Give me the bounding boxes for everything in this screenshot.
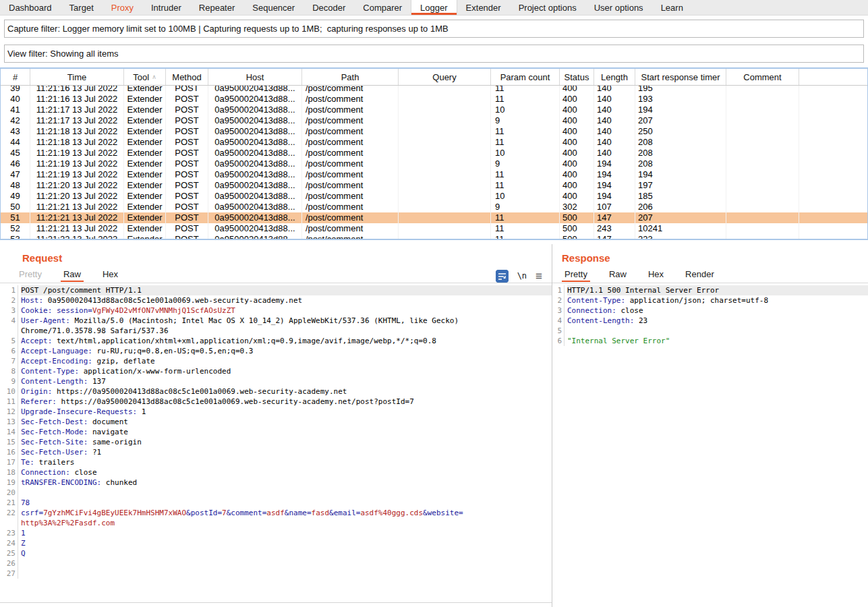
line-number: 3	[0, 306, 18, 316]
table-row-selected[interactable]: 5111:21:21 13 Jul 2022ExtenderPOST0a9500…	[1, 212, 867, 223]
editor-menu-icon[interactable]: ≡	[536, 270, 542, 282]
cell--: 44	[1, 137, 30, 148]
logger-table: #TimeTool∧MethodHostPathQueryParam count…	[0, 67, 868, 240]
column-header-comment[interactable]: Comment	[726, 69, 799, 85]
table-row[interactable]: 4711:21:19 13 Jul 2022ExtenderPOST0a9500…	[1, 169, 867, 180]
response-tab-hex[interactable]: Hex	[647, 268, 665, 282]
column-label: #	[13, 72, 18, 82]
response-tab-render[interactable]: Render	[684, 268, 716, 282]
line-number	[0, 518, 18, 528]
cell-length: 147	[594, 212, 635, 223]
main-tab-learn[interactable]: Learn	[652, 0, 692, 15]
table-row[interactable]: 4611:21:19 13 Jul 2022ExtenderPOST0a9500…	[1, 158, 867, 169]
table-row[interactable]: 4311:21:18 13 Jul 2022ExtenderPOST0a9500…	[1, 126, 867, 137]
cell-comment	[726, 86, 799, 94]
cell-host: 0a9500020413d88...	[208, 115, 302, 126]
table-row[interactable]: 4511:21:19 13 Jul 2022ExtenderPOST0a9500…	[1, 148, 867, 158]
cell-time: 11:21:16 13 Jul 2022	[30, 86, 124, 94]
column-header-time[interactable]: Time	[30, 69, 124, 85]
syntax-segment: tRANSFER-ENCODING:	[21, 478, 101, 487]
syntax-segment: Content-Type:	[21, 367, 79, 376]
main-tab-repeater[interactable]: Repeater	[190, 0, 243, 15]
cell-start-response-timer: 194	[635, 169, 726, 180]
capture-filter-bar[interactable]: Capture filter: Logger memory limit set …	[4, 20, 864, 38]
syntax-segment: fasd	[312, 509, 330, 517]
column-header-query[interactable]: Query	[399, 69, 491, 85]
main-tab-comparer[interactable]: Comparer	[354, 0, 411, 15]
cell-path: /post/comment	[302, 234, 399, 240]
syntax-segment: close	[616, 306, 643, 315]
main-tab-intruder[interactable]: Intruder	[142, 0, 190, 15]
line-number: 1	[552, 285, 565, 295]
table-row[interactable]: 4011:21:16 13 Jul 2022ExtenderPOST0a9500…	[1, 94, 867, 105]
cell-path: /post/comment	[302, 148, 399, 158]
request-tab-raw[interactable]: Raw	[62, 268, 82, 282]
table-row[interactable]: 4811:21:20 13 Jul 2022ExtenderPOST0a9500…	[1, 180, 867, 191]
table-row[interactable]: 4111:21:17 13 Jul 2022ExtenderPOST0a9500…	[1, 105, 867, 115]
table-row[interactable]: 3911:21:16 13 Jul 2022ExtenderPOST0a9500…	[1, 86, 867, 94]
response-editor[interactable]: 1HTTP/1.1 500 Internal Server Error2Cont…	[552, 283, 868, 607]
column-header--[interactable]: #	[1, 69, 30, 85]
table-row[interactable]: 4411:21:18 13 Jul 2022ExtenderPOST0a9500…	[1, 137, 867, 148]
syntax-segment: Connection:	[567, 306, 616, 315]
column-label: Param count	[500, 72, 550, 82]
column-header-path[interactable]: Path	[302, 69, 399, 85]
cell-status: 500	[560, 223, 594, 234]
table-row[interactable]: 5011:21:21 13 Jul 2022ExtenderPOST0a9500…	[1, 202, 867, 212]
view-filter-bar[interactable]: View filter: Showing all items	[4, 45, 864, 63]
main-tab-user-options[interactable]: User options	[585, 0, 652, 15]
request-editor-line: 15Sec-Fetch-Site: same-origin	[0, 437, 552, 447]
syntax-segment: application/x-www-form-urlencoded	[79, 367, 231, 376]
column-header-length[interactable]: Length	[594, 69, 635, 85]
main-tab-extender[interactable]: Extender	[457, 0, 510, 15]
main-tab-logger[interactable]: Logger	[411, 0, 457, 15]
cell-status: 400	[560, 169, 594, 180]
syntax-segment: Connection:	[21, 468, 70, 477]
syntax-segment: Accept-Language:	[21, 347, 92, 355]
cell-length: 194	[594, 158, 635, 169]
cell-start-response-timer: 185	[635, 191, 726, 202]
newline-toggle-icon[interactable]: \n	[517, 271, 527, 281]
table-row[interactable]: 5211:21:21 13 Jul 2022ExtenderPOST0a9500…	[1, 223, 867, 234]
column-header-method[interactable]: Method	[166, 69, 208, 85]
cell-tool: Extender	[124, 126, 166, 137]
request-editor-line: 14Sec-Fetch-Mode: navigate	[0, 427, 552, 437]
main-tab-proxy[interactable]: Proxy	[103, 0, 142, 15]
cell-method: POST	[166, 86, 208, 94]
table-row[interactable]: 4211:21:17 13 Jul 2022ExtenderPOST0a9500…	[1, 115, 867, 126]
line-number: 16	[0, 447, 18, 457]
main-tab-project-options[interactable]: Project options	[510, 0, 585, 15]
main-tab-target[interactable]: Target	[61, 0, 103, 15]
syntax-segment: http%3A%2F%2Fasdf.com	[21, 519, 115, 527]
word-wrap-icon[interactable]	[496, 270, 509, 283]
main-tab-sequencer[interactable]: Sequencer	[243, 0, 303, 15]
line-number: 11	[0, 397, 18, 407]
table-row[interactable]: 5311:21:22 13 Jul 2022ExtenderPOST0a9500…	[1, 234, 867, 240]
column-header-start-response-timer[interactable]: Start response timer	[635, 69, 726, 85]
request-tab-hex[interactable]: Hex	[101, 268, 119, 282]
main-tab-decoder[interactable]: Decoder	[303, 0, 354, 15]
cell-tool: Extender	[124, 137, 166, 148]
column-header-host[interactable]: Host	[208, 69, 302, 85]
table-row[interactable]: 4911:21:20 13 Jul 2022ExtenderPOST0a9500…	[1, 191, 867, 202]
main-tab-bar: DashboardTargetProxyIntruderRepeaterSequ…	[0, 0, 868, 16]
cell-path: /post/comment	[302, 105, 399, 115]
cell--: 42	[1, 115, 30, 126]
cell-start-response-timer: 194	[635, 105, 726, 115]
cell-comment	[726, 223, 799, 234]
cell-status: 400	[560, 148, 594, 158]
syntax-segment: Sec-Fetch-Mode:	[21, 428, 88, 436]
main-tab-dashboard[interactable]: Dashboard	[0, 0, 61, 15]
response-tab-raw[interactable]: Raw	[608, 268, 628, 282]
column-header-tool[interactable]: Tool∧	[124, 69, 166, 85]
cell-start-response-timer: 208	[635, 158, 726, 169]
cell-method: POST	[166, 191, 208, 202]
column-header-status[interactable]: Status	[560, 69, 594, 85]
cell-path: /post/comment	[302, 212, 399, 223]
column-header-param-count[interactable]: Param count	[491, 69, 560, 85]
line-content: Origin: https://0a9500020413d88ac08c5c1e…	[21, 386, 552, 397]
response-tab-pretty[interactable]: Pretty	[563, 268, 589, 282]
request-editor[interactable]: 1POST /post/comment HTTP/1.12Host: 0a950…	[0, 283, 552, 603]
cell-start-response-timer: 208	[635, 148, 726, 158]
line-content: Accept-Language: ru-RU,ru;q=0.8,en-US;q=…	[21, 346, 552, 356]
